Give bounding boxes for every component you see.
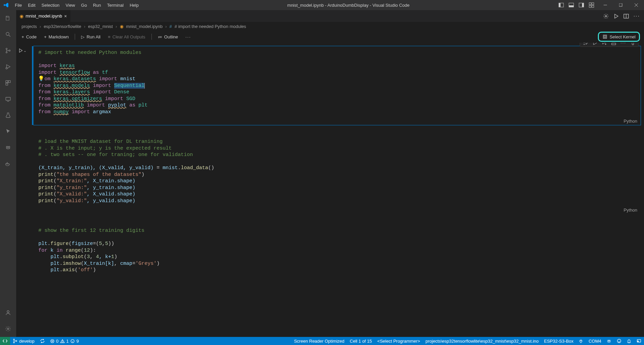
more-cell-actions-icon[interactable]: ··· (620, 43, 626, 45)
toggle-panel-icon[interactable] (569, 2, 574, 8)
breadcrumbs[interactable]: projects› esp32tensorflowlite› esp32_mni… (16, 22, 644, 31)
activity-source-control[interactable] (0, 42, 16, 59)
activity-docker[interactable] (0, 156, 16, 172)
svg-point-19 (6, 67, 7, 69)
notebook-cell[interactable]: ⌄ ··· # import the needed Python modules… (34, 46, 641, 125)
menu-edit[interactable]: Edit (25, 3, 38, 8)
svg-point-33 (605, 15, 607, 17)
cell-position[interactable]: Cell 1 of 15 (347, 337, 375, 345)
activity-explorer[interactable] (0, 10, 16, 26)
split-editor-icon[interactable] (623, 13, 629, 19)
problems-indicator[interactable]: 0 1 9 (47, 337, 82, 345)
activity-bar (0, 10, 16, 337)
run-cell-icon[interactable] (18, 48, 23, 53)
activity-copilot[interactable] (0, 139, 16, 156)
svg-rect-37 (604, 36, 606, 38)
split-cell-icon[interactable] (611, 43, 616, 45)
notebook-cell[interactable]: # show the first 12 training digits plt.… (34, 224, 641, 276)
settings-icon[interactable] (603, 13, 609, 19)
svg-rect-3 (569, 5, 574, 7)
sync-button[interactable] (37, 337, 47, 345)
activity-testing[interactable] (0, 107, 16, 123)
git-branch[interactable]: develop (10, 337, 37, 345)
breadcrumb-item[interactable]: esp32_mnist (88, 24, 113, 29)
minimize-button[interactable] (598, 0, 613, 10)
tab-mnist-model[interactable]: ◉ mnist_model.ipynb × (16, 10, 71, 22)
add-markdown-cell-button[interactable]: +Markdown (43, 34, 70, 40)
run-all-button[interactable]: ▷Run All (80, 34, 102, 40)
activity-accounts[interactable] (0, 305, 16, 321)
breadcrumb-item[interactable]: # import the needed Python modules (175, 24, 246, 29)
svg-rect-7 (592, 3, 594, 5)
screencast-icon[interactable] (634, 337, 644, 345)
plus-icon: + (22, 34, 24, 39)
activity-search[interactable] (0, 26, 16, 42)
breadcrumb-item[interactable]: projects (22, 24, 37, 29)
chevron-down-icon[interactable]: ⌄ (24, 49, 26, 53)
close-tab-icon[interactable]: × (64, 13, 67, 19)
select-programmer[interactable]: <Select Programmer> (375, 337, 423, 345)
menu-selection[interactable]: Selection (38, 3, 62, 8)
run-all-icon: ▷ (81, 34, 84, 39)
branch-name: develop (19, 339, 35, 344)
svg-point-18 (9, 50, 10, 51)
svg-rect-39 (612, 43, 616, 45)
svg-point-16 (6, 48, 7, 50)
activity-run-debug[interactable] (0, 59, 16, 75)
toggle-right-sidebar-icon[interactable] (579, 2, 584, 8)
code-editor[interactable]: # show the first 12 training digits plt.… (34, 224, 641, 276)
svg-point-14 (6, 32, 9, 35)
clear-icon: ≡ (108, 34, 110, 39)
menu-view[interactable]: View (63, 3, 78, 8)
notebook-cell[interactable]: # load the MNIST dataset for DL traninin… (34, 135, 641, 214)
svg-point-25 (6, 146, 8, 148)
run-by-line-icon[interactable] (583, 43, 588, 45)
feedback-icon[interactable] (614, 337, 624, 345)
arduino-port[interactable]: COM4 (586, 337, 604, 345)
run-icon[interactable] (613, 13, 619, 19)
execute-cell-icon[interactable] (592, 43, 598, 45)
clear-outputs-button[interactable]: ≡Clear All Outputs (106, 34, 146, 40)
menu-run[interactable]: Run (90, 3, 104, 8)
cell-language-label[interactable]: Python (34, 118, 641, 125)
customize-layout-icon[interactable] (589, 2, 594, 8)
execute-below-icon[interactable] (602, 43, 607, 45)
maximize-button[interactable] (613, 0, 629, 10)
arduino-sketch-path[interactable]: projects\esp32tensorflowlite\esp32_mnist… (423, 337, 541, 345)
activity-settings[interactable] (0, 321, 16, 337)
add-code-cell-button[interactable]: +Code (20, 34, 38, 40)
notebook-scroll[interactable]: ⌄ ··· # import the needed Python modules… (16, 43, 644, 337)
more-actions-icon[interactable]: ··· (634, 13, 640, 19)
svg-rect-11 (619, 3, 622, 6)
close-button[interactable] (629, 0, 644, 10)
menu-help[interactable]: Help (127, 3, 142, 8)
menu-terminal[interactable]: Terminal (104, 3, 127, 8)
plus-icon: + (44, 34, 47, 39)
outline-button[interactable]: ≔Outline (157, 34, 179, 40)
menu-go[interactable]: Go (78, 3, 90, 8)
svg-rect-1 (559, 3, 561, 7)
plug-icon[interactable] (576, 337, 586, 345)
menu-file[interactable]: File (12, 3, 25, 8)
code-editor[interactable]: # import the needed Python modules impor… (34, 46, 641, 118)
svg-point-42 (16, 340, 17, 341)
delete-cell-icon[interactable] (630, 43, 636, 45)
arduino-board[interactable]: ESP32-S3-Box (541, 337, 576, 345)
select-kernel-button[interactable]: Select Kernel (598, 32, 640, 42)
breadcrumb-item[interactable]: mnist_model.ipynb (126, 24, 163, 29)
toggle-primary-sidebar-icon[interactable] (558, 2, 564, 8)
activity-cursor[interactable] (0, 123, 16, 139)
breadcrumb-item[interactable]: esp32tensorflowlite (44, 24, 81, 29)
remote-indicator[interactable] (0, 337, 10, 345)
svg-rect-5 (582, 3, 584, 7)
svg-rect-8 (589, 5, 591, 7)
activity-remote-explorer[interactable] (0, 91, 16, 107)
more-toolbar-icon[interactable]: ··· (184, 34, 193, 40)
info-count: 9 (76, 339, 79, 344)
screen-reader-status[interactable]: Screen Reader Optimized (291, 337, 347, 345)
copilot-status-icon[interactable] (604, 337, 614, 345)
notifications-icon[interactable] (624, 337, 634, 345)
cell-language-label[interactable]: Python (34, 207, 641, 214)
code-editor[interactable]: # load the MNIST dataset for DL traninin… (34, 135, 641, 207)
activity-extensions[interactable] (0, 75, 16, 91)
